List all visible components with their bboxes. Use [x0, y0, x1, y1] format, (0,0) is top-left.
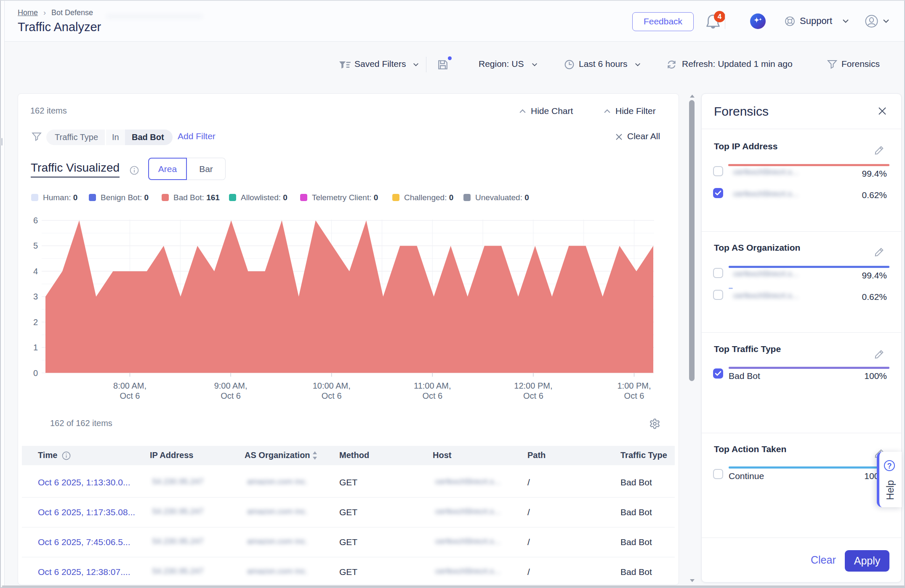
- svg-text:5: 5: [33, 241, 38, 250]
- svg-text:10:00 AM,: 10:00 AM,: [313, 381, 351, 390]
- svg-text:6: 6: [33, 216, 38, 225]
- svg-text:1:00 PM,: 1:00 PM,: [617, 381, 651, 390]
- svg-text:Oct 6: Oct 6: [624, 391, 644, 400]
- svg-text:8:00 AM,: 8:00 AM,: [113, 381, 146, 390]
- svg-text:Oct 6: Oct 6: [422, 391, 442, 400]
- svg-text:4: 4: [33, 267, 38, 276]
- svg-text:Oct 6: Oct 6: [523, 391, 543, 400]
- svg-text:9:00 AM,: 9:00 AM,: [214, 381, 248, 390]
- svg-text:Oct 6: Oct 6: [120, 391, 140, 400]
- svg-text:12:00 PM,: 12:00 PM,: [514, 381, 552, 390]
- svg-text:2: 2: [33, 318, 38, 327]
- svg-text:0: 0: [33, 368, 38, 378]
- svg-text:1: 1: [33, 343, 38, 352]
- svg-text:Oct 6: Oct 6: [221, 391, 241, 400]
- svg-text:11:00 AM,: 11:00 AM,: [414, 381, 451, 390]
- svg-text:Oct 6: Oct 6: [322, 391, 342, 400]
- svg-text:3: 3: [33, 292, 38, 301]
